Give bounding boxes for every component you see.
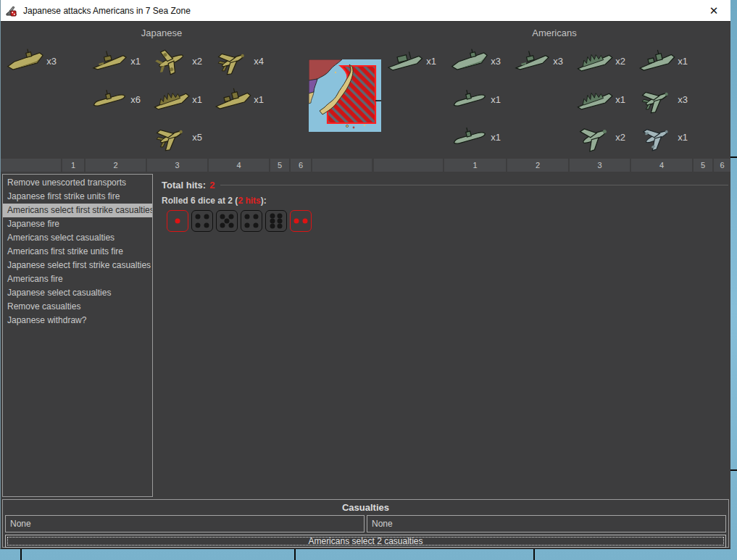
submarine-icon	[90, 84, 129, 114]
defender-label: Americans	[532, 28, 576, 38]
die-hit	[167, 210, 188, 232]
map-border-line	[730, 469, 737, 471]
unit-stack: x4	[213, 43, 264, 78]
dice-scale-cell	[312, 159, 372, 172]
unit-count: x3	[553, 56, 563, 67]
unit-count: x1	[254, 94, 264, 105]
battle-step-item: Americans select casualties	[3, 231, 152, 245]
die-hit	[290, 210, 312, 232]
battle-step-item: Americans fire	[3, 272, 152, 286]
unit-stack: x2	[575, 120, 625, 154]
rolled-suffix: ):	[261, 196, 267, 206]
dice-scale: 123456123456	[1, 159, 730, 172]
unit-count: x1	[678, 132, 688, 143]
unit-stack: x3	[512, 43, 563, 78]
battle-step-item: Japanese withdraw?	[3, 314, 152, 327]
dice-scale-cell: 6	[714, 159, 730, 172]
dice-scale-cell: 3	[570, 159, 630, 172]
unit-count: x1	[426, 56, 436, 67]
battle-step-item: Americans select first strike casualties	[3, 204, 152, 217]
dice-scale-cell: 2	[86, 159, 146, 172]
dice-scale-cell: 5	[694, 159, 712, 172]
unit-stack: x1	[450, 82, 501, 117]
destroyer-icon	[512, 46, 551, 76]
unit-stack: x2	[151, 43, 202, 78]
die-miss	[191, 210, 213, 232]
unit-count: x4	[254, 56, 264, 67]
battle-step-item: Americans first strike units fire	[3, 245, 152, 259]
unit-count: x3	[491, 56, 501, 67]
unit-stack: x1	[386, 43, 436, 78]
select-casualties-button[interactable]: Americans select 2 casualties	[5, 535, 726, 548]
unit-stack: x2	[575, 43, 625, 78]
bomber-icon	[151, 46, 191, 76]
attacker-label: Japanese	[141, 28, 182, 38]
window-title: Japanese attacks Americans in 7 Sea Zone	[23, 6, 191, 16]
torpedo-bomber-icon	[575, 122, 614, 152]
defender-casualties-list: None	[367, 515, 726, 532]
total-hits-row: Total hits: 2	[157, 172, 730, 191]
unit-count: x5	[192, 132, 202, 143]
map-border-line	[533, 549, 535, 560]
cruiser-icon	[637, 46, 676, 76]
battle-step-item: Japanese select first strike casualties	[3, 259, 152, 272]
submarine-icon	[450, 84, 489, 114]
rolled-prefix: Rolled 6 dice at 2 (	[162, 196, 238, 206]
casualties-boxes: None None	[5, 515, 726, 532]
battle-step-item: Remove casualties	[3, 300, 152, 314]
battle-window: Japanese attacks Americans in 7 Sea Zone…	[0, 0, 730, 549]
unit-count: x1	[192, 94, 202, 105]
dice-scale-cell: 6	[291, 159, 311, 172]
unit-stack: x1	[213, 82, 264, 117]
seaplane-icon	[637, 122, 676, 152]
unit-stack: x1	[151, 82, 202, 117]
dice-scale-cell: 5	[270, 159, 289, 172]
dice-scale-cell: 3	[147, 159, 207, 172]
unit-stack: x3	[450, 43, 501, 78]
total-hits-value: 2	[209, 180, 215, 191]
battle-step-item: Japanese first strike units fire	[3, 190, 152, 204]
map-border-line	[730, 156, 737, 158]
cruiser-icon	[213, 84, 252, 114]
app-icon	[5, 4, 18, 17]
battle-step-item: Remove unescorted transports	[3, 176, 152, 190]
battleship-icon	[575, 84, 614, 114]
unit-count: x3	[46, 56, 57, 67]
unit-count: x1	[615, 94, 625, 105]
dice-scale-cell: 4	[209, 159, 269, 172]
battle-detail-area: Remove unescorted transportsJapanese fir…	[1, 172, 730, 500]
battle-step-item: Japanese fire	[3, 217, 152, 231]
unit-stack: x3	[6, 43, 57, 78]
unit-count: x1	[130, 56, 141, 67]
fighter-icon	[637, 84, 676, 114]
unit-count: x2	[615, 132, 625, 143]
casualties-panel: Casualties None None Americans select 2 …	[2, 499, 729, 548]
battleship-icon	[151, 84, 191, 114]
dice-scale-cell	[1, 159, 61, 172]
unit-count: x1	[491, 94, 501, 105]
game-map-background: Japanese attacks Americans in 7 Sea Zone…	[0, 0, 737, 560]
title-bar[interactable]: Japanese attacks Americans in 7 Sea Zone…	[1, 0, 730, 22]
units-board: Japanese Americans	[1, 22, 730, 172]
carrier-icon	[450, 46, 489, 76]
submarine-icon	[450, 122, 489, 152]
unit-count: x2	[615, 56, 625, 67]
dice-panel: Total hits: 2 Rolled 6 dice at 2 (2 hits…	[157, 172, 730, 232]
die-miss	[265, 210, 287, 232]
unit-stack: x1	[90, 43, 141, 78]
unit-stack: x1	[637, 43, 688, 78]
unit-count: x1	[678, 56, 688, 67]
unit-stack: x5	[151, 120, 202, 154]
close-icon[interactable]: ✕	[701, 1, 726, 21]
total-hits-label: Total hits:	[162, 180, 206, 191]
battle-steps-list: Remove unescorted transportsJapanese fir…	[2, 174, 153, 497]
unit-count: x6	[130, 94, 141, 105]
casualties-title: Casualties	[5, 501, 726, 515]
unit-count: x2	[192, 56, 202, 67]
attacker-casualties-list: None	[5, 515, 365, 532]
dice-scale-cell: 1	[62, 159, 84, 172]
carrier-icon	[6, 46, 45, 76]
fighter-icon	[151, 122, 191, 152]
map-border-line	[20, 549, 22, 560]
dice-scale-cell: 4	[631, 159, 692, 172]
